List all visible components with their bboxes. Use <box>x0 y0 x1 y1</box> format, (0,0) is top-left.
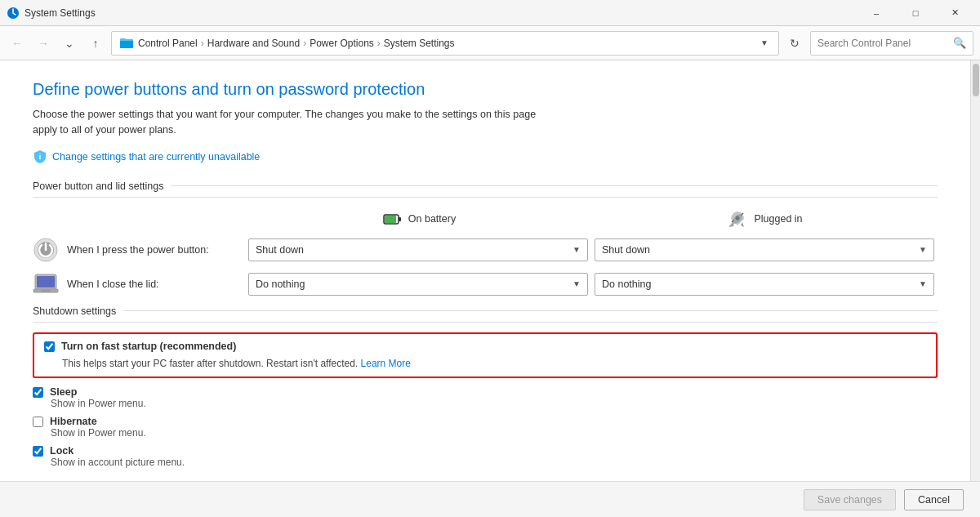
title-bar-left: System Settings <box>7 7 96 20</box>
lid-label-cell: When I close the lid: <box>33 271 245 297</box>
fast-startup-desc: This helps start your PC faster after sh… <box>62 357 926 371</box>
window-controls: – □ ✕ <box>858 0 973 26</box>
dropdown-arrow-4: ▼ <box>919 279 927 288</box>
shield-icon: i <box>33 149 47 164</box>
breadcrumb-system-settings[interactable]: System Settings <box>384 38 455 49</box>
hibernate-option-row: Hibernate Show in Power menu. <box>33 416 938 439</box>
power-button-row: When I press the power button: Shut down… <box>33 237 938 263</box>
minimize-button[interactable]: – <box>858 0 895 26</box>
save-changes-button: Save changes <box>804 489 896 510</box>
cancel-button[interactable]: Cancel <box>904 489 964 510</box>
sleep-desc: Show in Power menu. <box>51 398 146 409</box>
power-button-battery-value: Shut down <box>256 244 304 256</box>
fast-startup-row: Turn on fast startup (recommended) <box>44 341 926 352</box>
sleep-checkbox[interactable] <box>33 387 43 398</box>
forward-button[interactable]: → <box>33 33 54 54</box>
window-title: System Settings <box>24 7 96 19</box>
hibernate-label: Hibernate <box>50 416 97 427</box>
shutdown-section-header: Shutdown settings <box>33 305 938 323</box>
app-icon <box>7 7 20 20</box>
power-button-plugged-value: Shut down <box>602 244 650 256</box>
refresh-button[interactable]: ↻ <box>784 33 805 54</box>
hibernate-checkbox[interactable] <box>33 417 43 427</box>
dropdown-arrow-3: ▼ <box>572 279 581 288</box>
fast-startup-checkbox-row: Turn on fast startup (recommended) <box>44 341 236 352</box>
lock-option-row: Lock Show in account picture menu. <box>33 445 938 468</box>
lock-checkbox-row: Lock <box>33 445 74 457</box>
footer: Save changes Cancel <box>0 481 980 517</box>
plugged-in-icon <box>726 207 749 230</box>
back-button[interactable]: ← <box>7 33 28 54</box>
lid-battery-dropdown[interactable]: Do nothing ▼ <box>248 273 588 296</box>
lock-label: Lock <box>50 445 74 457</box>
recent-locations-button[interactable]: ⌄ <box>59 33 80 54</box>
page-description: Choose the power settings that you want … <box>33 107 539 138</box>
lid-plugged-value: Do nothing <box>602 279 651 290</box>
shutdown-section: Shutdown settings Turn on fast startup (… <box>33 305 938 469</box>
address-box: Control Panel › Hardware and Sound › Pow… <box>111 31 779 56</box>
sleep-label: Sleep <box>50 386 77 398</box>
hibernate-checkbox-row: Hibernate <box>33 416 97 427</box>
search-icon[interactable]: 🔍 <box>953 37 966 49</box>
sleep-checkbox-row: Sleep <box>33 386 77 398</box>
lid-row-label: When I close the lid: <box>67 279 159 290</box>
learn-more-link[interactable]: Learn More <box>361 358 411 369</box>
up-button[interactable]: ↑ <box>85 33 106 54</box>
power-button-label-cell: When I press the power button: <box>33 237 245 263</box>
hibernate-desc: Show in Power menu. <box>51 427 146 439</box>
lock-desc: Show in account picture menu. <box>51 457 185 468</box>
folder-icon <box>118 35 135 51</box>
breadcrumb-control-panel[interactable]: Control Panel <box>138 38 198 49</box>
scrollbar-thumb[interactable] <box>973 64 979 96</box>
power-button-section-header: Power button and lid settings <box>33 181 938 198</box>
sep3: › <box>377 38 381 49</box>
sleep-option-row: Sleep Show in Power menu. <box>33 386 938 409</box>
address-dropdown-button[interactable]: ▼ <box>757 37 772 49</box>
svg-rect-4 <box>385 216 396 223</box>
power-button-section-label: Power button and lid settings <box>33 181 164 192</box>
power-button-plugged-dropdown[interactable]: Shut down ▼ <box>595 238 934 261</box>
power-button-battery-dropdown[interactable]: Shut down ▼ <box>248 238 588 261</box>
svg-text:i: i <box>39 153 42 161</box>
lock-checkbox[interactable] <box>33 446 43 457</box>
title-bar: System Settings – □ ✕ <box>0 0 980 26</box>
content-area: Define power buttons and turn on passwor… <box>0 60 970 481</box>
dropdown-arrow-2: ▼ <box>919 245 927 254</box>
on-battery-header: On battery <box>245 207 591 230</box>
breadcrumb-power[interactable]: Power Options <box>310 38 374 49</box>
svg-point-7 <box>736 216 740 220</box>
svg-rect-11 <box>37 276 55 287</box>
lid-row: When I close the lid: Do nothing ▼ Do no… <box>33 271 938 297</box>
column-headers: On battery Plugged in <box>33 207 938 230</box>
change-link-text: Change settings that are currently unava… <box>52 151 260 163</box>
fast-startup-label: Turn on fast startup (recommended) <box>61 341 236 352</box>
breadcrumb-hardware[interactable]: Hardware and Sound <box>207 38 300 49</box>
fast-startup-box: Turn on fast startup (recommended) This … <box>33 332 938 379</box>
change-settings-link[interactable]: i Change settings that are currently una… <box>33 149 938 164</box>
lid-icon <box>33 271 59 297</box>
lid-plugged-dropdown[interactable]: Do nothing ▼ <box>595 273 934 296</box>
dropdown-arrow-1: ▼ <box>572 245 581 254</box>
battery-icon <box>381 207 403 230</box>
fast-startup-checkbox[interactable] <box>44 341 55 352</box>
svg-rect-13 <box>41 290 51 292</box>
lid-battery-value: Do nothing <box>256 279 305 290</box>
search-box: 🔍 <box>810 31 973 56</box>
close-button[interactable]: ✕ <box>936 0 973 26</box>
sep1: › <box>201 38 204 49</box>
main-area: Define power buttons and turn on passwor… <box>0 60 980 481</box>
breadcrumb-path: Control Panel › Hardware and Sound › Pow… <box>138 38 754 49</box>
maximize-button[interactable]: □ <box>897 0 934 26</box>
page-title: Define power buttons and turn on passwor… <box>33 80 938 99</box>
on-battery-label: On battery <box>408 213 456 225</box>
plugged-in-header: Plugged in <box>591 207 938 230</box>
shutdown-section-label: Shutdown settings <box>33 305 116 317</box>
address-bar: ← → ⌄ ↑ Control Panel › Hardware and Sou… <box>0 26 980 60</box>
power-button-row-label: When I press the power button: <box>67 244 209 256</box>
svg-rect-3 <box>399 217 401 221</box>
search-input[interactable] <box>817 38 950 49</box>
sep2: › <box>303 38 306 49</box>
scrollbar[interactable] <box>970 60 980 481</box>
empty-header <box>33 207 245 230</box>
power-button-icon <box>33 237 59 263</box>
